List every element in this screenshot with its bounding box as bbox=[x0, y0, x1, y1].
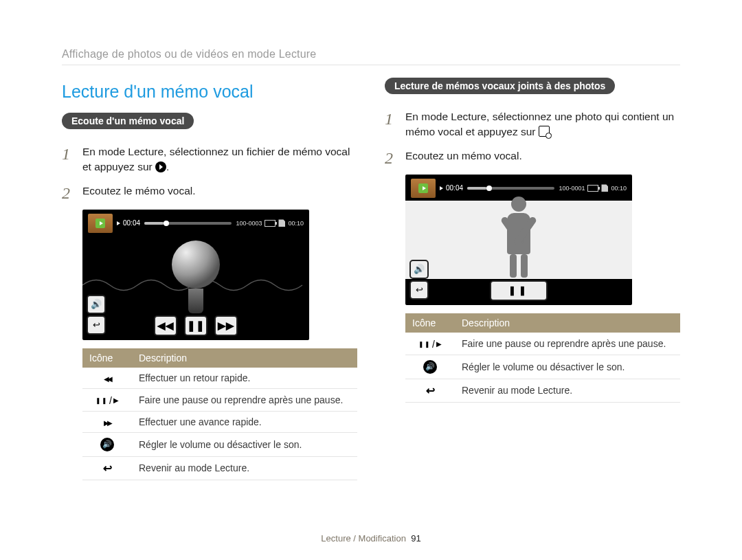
player-controls: ◀◀ ❚❚ ▶▶ bbox=[82, 315, 309, 336]
table-row: / Faire une pause ou reprendre après une… bbox=[405, 333, 680, 355]
breadcrumb: Affichage de photos ou de vidéos en mode… bbox=[62, 48, 680, 65]
step-number: 1 bbox=[62, 144, 82, 175]
two-column-layout: Lecture d'un mémo vocal Ecoute d'un mémo… bbox=[62, 78, 680, 480]
section-pill-photo-memo: Lecture de mémos vocaux joints à des pho… bbox=[385, 78, 615, 94]
device-screenshot-photo-memo: 00:04 100-0001 00:10 bbox=[405, 175, 632, 305]
footer-section: Lecture / Modification bbox=[321, 533, 406, 544]
row-desc: Régler le volume ou désactiver le son. bbox=[455, 355, 680, 379]
col-icon: Icône bbox=[405, 313, 455, 333]
volume-button[interactable]: 🔊 bbox=[87, 295, 106, 314]
memo-thumbnail bbox=[88, 214, 113, 233]
file-number: 100-0003 bbox=[236, 220, 262, 227]
microphone-graphic bbox=[82, 236, 309, 314]
volume-icon bbox=[423, 360, 437, 374]
right-column: Lecture de mémos vocaux joints à des pho… bbox=[385, 78, 680, 480]
row-desc: Effectuer un retour rapide. bbox=[132, 368, 357, 389]
device-screenshot-memo: 00:04 100-0003 00:10 bbox=[82, 210, 309, 340]
photo-preview bbox=[405, 201, 632, 279]
step-2: 2 Ecoutez le mémo vocal. bbox=[62, 183, 357, 201]
pause-icon bbox=[95, 397, 108, 404]
row-desc: Régler le volume ou désactiver le son. bbox=[132, 432, 357, 456]
step-number: 2 bbox=[385, 148, 405, 166]
table-row: / Faire une pause ou reprendre après une… bbox=[82, 388, 357, 411]
icon-legend-table: Icône Description Effectuer un retour ra… bbox=[82, 348, 357, 480]
forward-icon bbox=[104, 419, 111, 427]
step-2: 2 Ecoutez un mémo vocal. bbox=[385, 148, 680, 166]
total-time: 00:10 bbox=[288, 220, 304, 227]
volume-icon bbox=[100, 438, 114, 451]
left-column: Lecture d'un mémo vocal Ecoute d'un mémo… bbox=[62, 78, 357, 480]
sd-card-icon bbox=[278, 219, 285, 227]
person-silhouette bbox=[495, 197, 543, 279]
step-text: Ecoutez le mémo vocal. bbox=[82, 183, 196, 201]
sd-card-icon bbox=[601, 184, 608, 192]
total-time: 00:10 bbox=[611, 185, 627, 192]
col-desc: Description bbox=[455, 313, 680, 333]
volume-button[interactable]: 🔊 bbox=[409, 260, 429, 279]
player-meta: 00:04 100-0001 00:10 bbox=[440, 184, 627, 192]
step-1: 1 En mode Lecture, sélectionnez une phot… bbox=[385, 109, 680, 140]
battery-icon bbox=[587, 185, 598, 192]
play-icon bbox=[113, 396, 119, 404]
player-controls: ❚❚ bbox=[405, 280, 632, 301]
play-indicator-icon bbox=[440, 186, 443, 190]
player-meta: 00:04 100-0003 00:10 bbox=[117, 219, 304, 227]
back-icon bbox=[103, 462, 112, 475]
step-1: 1 En mode Lecture, sélectionnez un fichi… bbox=[62, 144, 357, 175]
table-row: Régler le volume ou désactiver le son. bbox=[405, 355, 680, 379]
page-footer: Lecture / Modification 91 bbox=[0, 533, 742, 544]
play-icon bbox=[155, 161, 166, 172]
forward-button[interactable]: ▶▶ bbox=[214, 315, 238, 336]
rewind-button[interactable]: ◀◀ bbox=[154, 315, 177, 336]
icon-legend-table: Icône Description / Faire une pause ou r… bbox=[405, 313, 680, 403]
table-row: Effectuer un retour rapide. bbox=[82, 368, 357, 389]
section-pill-listen: Ecoute d'un mémo vocal bbox=[62, 113, 194, 129]
pause-button[interactable]: ❚❚ bbox=[184, 315, 207, 336]
table-row: Effectuer une avance rapide. bbox=[82, 411, 357, 432]
memo-icon bbox=[539, 126, 550, 137]
player-top-bar: 00:04 100-0001 00:10 bbox=[405, 175, 632, 199]
progress-bar[interactable] bbox=[144, 222, 232, 225]
elapsed-time: 00:04 bbox=[123, 219, 140, 227]
step-number: 2 bbox=[62, 183, 82, 201]
row-desc: Revenir au mode Lecture. bbox=[132, 456, 357, 480]
pause-button[interactable]: ❚❚ bbox=[490, 280, 548, 301]
col-desc: Description bbox=[132, 348, 357, 368]
play-indicator-icon bbox=[117, 221, 120, 225]
rewind-icon bbox=[104, 375, 111, 383]
elapsed-time: 00:04 bbox=[446, 184, 463, 192]
back-icon bbox=[426, 384, 435, 397]
pause-icon bbox=[418, 341, 431, 348]
row-desc: Faire une pause ou reprendre après une p… bbox=[132, 388, 357, 411]
row-desc: Faire une pause ou reprendre après une p… bbox=[455, 333, 680, 355]
page-number: 91 bbox=[411, 533, 420, 544]
manual-page: Affichage de photos ou de vidéos en mode… bbox=[0, 0, 742, 560]
step-text: En mode Lecture, sélectionnez une photo … bbox=[405, 109, 680, 140]
row-desc: Effectuer une avance rapide. bbox=[132, 411, 357, 432]
page-title: Lecture d'un mémo vocal bbox=[62, 82, 357, 102]
table-row: Régler le volume ou désactiver le son. bbox=[82, 432, 357, 456]
col-icon: Icône bbox=[82, 348, 132, 368]
player-top-bar: 00:04 100-0003 00:10 bbox=[82, 210, 309, 234]
step-number: 1 bbox=[385, 109, 405, 140]
file-number: 100-0001 bbox=[559, 185, 585, 192]
table-row: Revenir au mode Lecture. bbox=[405, 379, 680, 402]
table-row: Revenir au mode Lecture. bbox=[82, 456, 357, 480]
progress-bar[interactable] bbox=[467, 187, 554, 190]
battery-icon bbox=[265, 220, 276, 227]
play-icon bbox=[436, 340, 442, 348]
memo-thumbnail bbox=[411, 179, 436, 198]
step-text: Ecoutez un mémo vocal. bbox=[405, 148, 522, 166]
row-desc: Revenir au mode Lecture. bbox=[455, 379, 680, 402]
step-text: En mode Lecture, sélectionnez un fichier… bbox=[82, 144, 357, 175]
